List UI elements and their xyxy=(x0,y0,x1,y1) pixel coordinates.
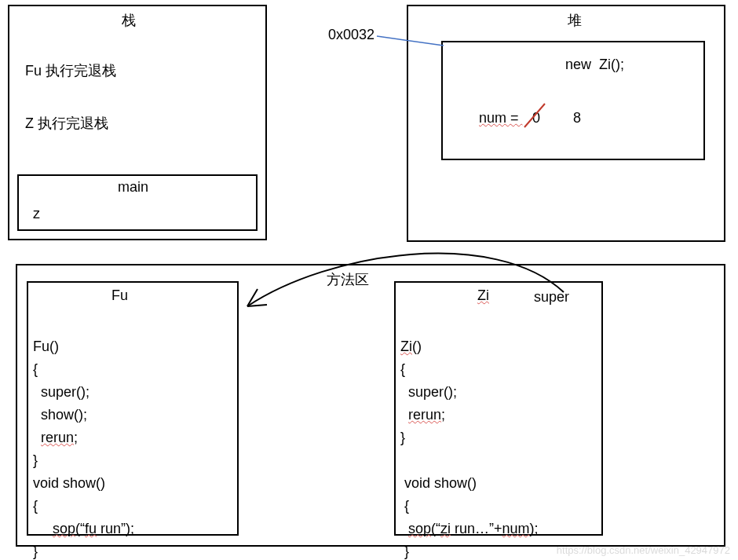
stack-frame-var: z xyxy=(33,206,40,222)
stack-title: 栈 xyxy=(122,11,136,30)
heap-new-expr: new Zi(); xyxy=(565,57,624,73)
stack-line1: Fu 执行完退栈 xyxy=(25,61,116,80)
heap-address: 0x0032 xyxy=(328,27,374,43)
stack-line2: Z 执行完退栈 xyxy=(25,114,108,133)
fu-name: Fu xyxy=(111,287,128,304)
strike-zero-line xyxy=(523,102,546,130)
zi-code: Zi(){ super(); rerun;} void show() { sop… xyxy=(400,313,539,560)
svg-line-0 xyxy=(524,104,545,127)
heap-num-new: 8 xyxy=(573,110,581,126)
watermark: https://blog.csdn.net/weixin_42947972 xyxy=(557,544,730,556)
heap-num-label: num = xyxy=(479,110,523,126)
super-arrow xyxy=(236,236,581,322)
heap-title: 堆 xyxy=(568,11,582,30)
stack-frame-label: main xyxy=(118,179,148,196)
svg-line-1 xyxy=(377,36,444,46)
address-pointer-line xyxy=(377,35,463,74)
fu-code: Fu(){ super(); show(); rerun;}void show(… xyxy=(33,313,134,560)
